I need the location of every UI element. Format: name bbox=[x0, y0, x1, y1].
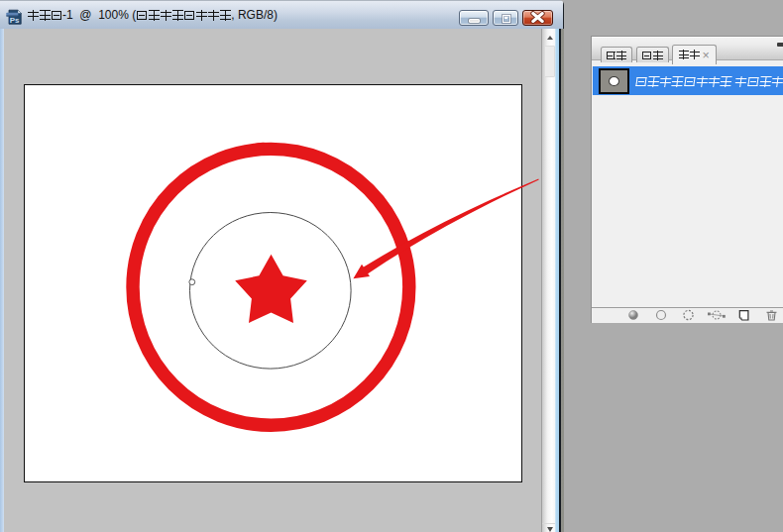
svg-text:Ps: Ps bbox=[10, 16, 20, 25]
